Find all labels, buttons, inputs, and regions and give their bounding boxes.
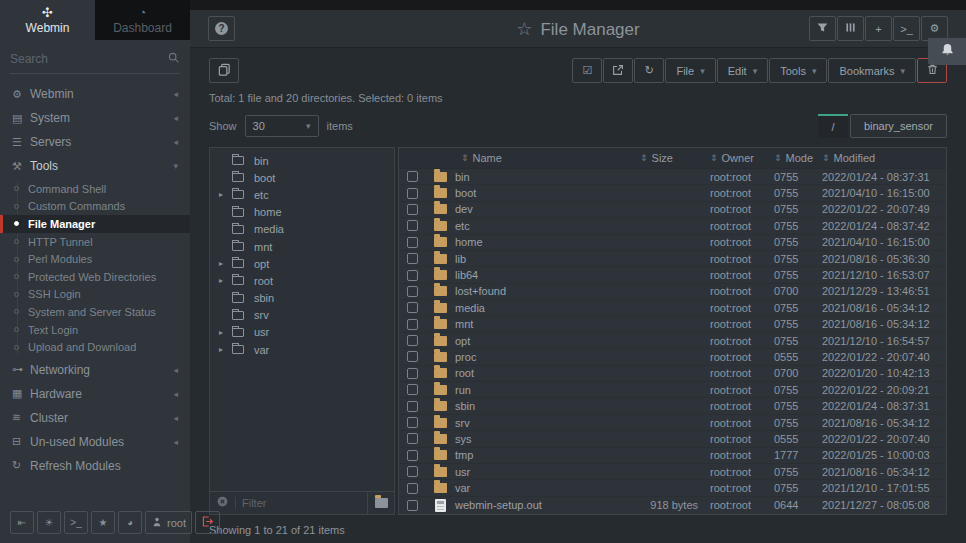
file-name[interactable]: srv [455,417,640,429]
clear-filter-icon[interactable] [216,494,229,512]
add-button[interactable]: + [865,16,892,41]
expand-arrow-icon[interactable]: ▸ [219,328,232,337]
paste-buffer-button[interactable] [209,58,239,83]
refresh-button[interactable]: ↻ [634,58,664,83]
row-checkbox[interactable] [407,500,418,511]
tree-item-root[interactable]: ▸root [210,272,394,289]
file-name[interactable]: opt [455,335,640,347]
row-checkbox[interactable] [407,384,418,395]
shell-button[interactable]: >_ [64,511,88,534]
logout-button[interactable] [195,511,220,534]
menu-edit-button[interactable]: Edit▾ [717,58,769,83]
tab-dashboard[interactable]: ◔ Dashboard [95,0,190,40]
file-name[interactable]: media [455,302,640,314]
row-checkbox[interactable] [407,204,418,215]
file-name[interactable]: etc [455,220,640,232]
row-checkbox[interactable] [407,450,418,461]
column-header-name[interactable]: ⇕Name [455,152,640,164]
file-name[interactable]: tmp [455,449,640,461]
file-name[interactable]: dev [455,203,640,215]
file-name[interactable]: sbin [455,400,640,412]
file-name[interactable]: lost+found [455,285,640,297]
tree-item-opt[interactable]: ▸opt [210,255,394,272]
file-name[interactable]: var [455,482,640,494]
terminal-button[interactable]: >_ [893,16,920,41]
tab-webmin[interactable]: ✣ Webmin [0,0,95,40]
theme-toggle-button[interactable]: ☀ [37,511,61,534]
file-name[interactable]: mnt [455,318,640,330]
tree-item-mnt[interactable]: mnt [210,238,394,255]
collapse-sidebar-button[interactable]: ⇤ [10,511,34,534]
help-button[interactable]: ? [208,16,235,41]
select-all-button[interactable]: ☑ [572,58,602,83]
expand-arrow-icon[interactable]: ▸ [219,259,232,268]
expand-arrow-icon[interactable]: ▸ [219,345,232,354]
language-button[interactable]: ◕ [118,511,142,534]
export-button[interactable] [603,58,633,83]
row-checkbox[interactable] [407,286,418,297]
columns-button[interactable] [837,16,864,41]
file-name[interactable]: home [455,236,640,248]
tree-item-srv[interactable]: srv [210,307,394,324]
expand-arrow-icon[interactable]: ▸ [219,276,232,285]
menu-tools-button[interactable]: Tools▾ [769,58,827,83]
column-header-mode[interactable]: ⇕Mode [774,152,822,164]
file-name[interactable]: proc [455,351,640,363]
row-checkbox[interactable] [407,368,418,379]
notifications-button[interactable] [928,38,966,65]
tree-item-boot[interactable]: boot [210,169,394,186]
tree-item-media[interactable]: media [210,221,394,238]
file-name[interactable]: run [455,384,640,396]
expand-arrow-icon[interactable]: ▸ [219,190,232,199]
file-name[interactable]: sys [455,433,640,445]
row-checkbox[interactable] [407,171,418,182]
row-checkbox[interactable] [407,483,418,494]
search-input[interactable] [10,52,167,66]
row-checkbox[interactable] [407,319,418,330]
sidebar-item-custom-commands[interactable]: Custom Commands [0,198,190,216]
sidebar-item-ssh-login[interactable]: SSH Login [0,286,190,304]
row-checkbox[interactable] [407,401,418,412]
file-name[interactable]: webmin-setup.out [455,499,640,511]
sidebar-item-servers[interactable]: ☰Servers◂ [0,130,190,154]
sidebar-item-protected-web-directories[interactable]: Protected Web Directories [0,268,190,286]
tree-item-home[interactable]: home [210,204,394,221]
filter-button[interactable] [809,16,836,41]
sidebar-item-upload-and-download[interactable]: Upload and Download [0,338,190,356]
sidebar-item-networking[interactable]: ⊶Networking◂ [0,358,190,382]
tree-item-var[interactable]: ▸var [210,341,394,358]
sidebar-item-text-login[interactable]: Text Login [0,321,190,339]
row-checkbox[interactable] [407,466,418,477]
row-checkbox[interactable] [407,220,418,231]
sidebar-item-cluster[interactable]: ≋Cluster◂ [0,406,190,430]
menu-bookmarks-button[interactable]: Bookmarks▾ [828,58,916,83]
sidebar-item-command-shell[interactable]: Command Shell [0,180,190,198]
file-name[interactable]: usr [455,466,640,478]
row-checkbox[interactable] [407,302,418,313]
file-name[interactable]: boot [455,187,640,199]
file-name[interactable]: root [455,367,640,379]
breadcrumb-current-button[interactable]: binary_sensor [850,114,947,138]
tree-item-etc[interactable]: ▸etc [210,186,394,203]
row-checkbox[interactable] [407,253,418,264]
row-checkbox[interactable] [407,270,418,281]
tree-folder-button[interactable] [367,492,394,514]
breadcrumb-root-button[interactable]: / [818,114,848,138]
sidebar-item-refresh-modules[interactable]: ↻Refresh Modules [0,454,190,478]
row-checkbox[interactable] [407,417,418,428]
sidebar-item-un-used-modules[interactable]: ⊟Un-used Modules◂ [0,430,190,454]
file-name[interactable]: lib64 [455,269,640,281]
tree-item-bin[interactable]: bin [210,152,394,169]
sidebar-item-system[interactable]: ▤System◂ [0,106,190,130]
row-checkbox[interactable] [407,335,418,346]
column-header-size[interactable]: ⇕Size [640,152,710,164]
menu-file-button[interactable]: File▾ [665,58,715,83]
row-checkbox[interactable] [407,188,418,199]
file-name[interactable]: bin [455,171,640,183]
row-checkbox[interactable] [407,351,418,362]
tree-filter-input[interactable] [242,497,367,509]
page-size-select[interactable]: 30 ▾ [245,115,319,137]
row-checkbox[interactable] [407,433,418,444]
sidebar-item-webmin[interactable]: ⚙Webmin◂ [0,82,190,106]
sidebar-item-hardware[interactable]: ▦Hardware◂ [0,382,190,406]
